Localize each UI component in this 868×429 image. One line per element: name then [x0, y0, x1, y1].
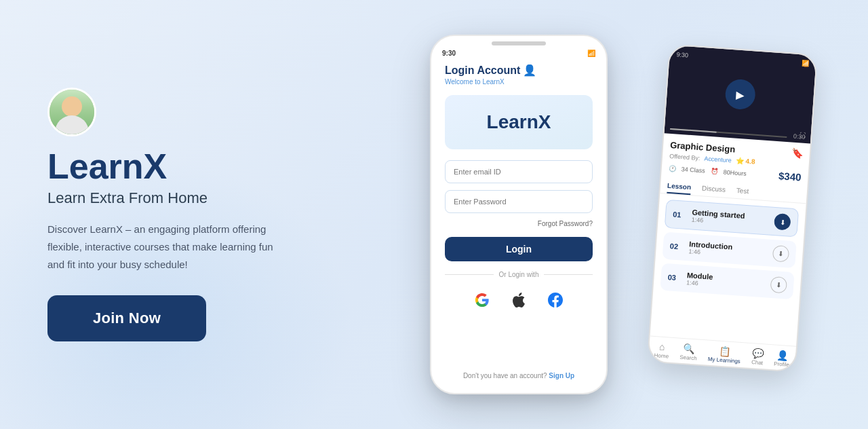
hours-icon: ⏰ — [710, 168, 718, 175]
password-input[interactable] — [445, 190, 593, 213]
lesson-item[interactable]: 01 Getting started 1:46 ⬇ — [665, 200, 799, 238]
lesson-play-icon[interactable]: ⬇ — [774, 213, 791, 231]
bookmark-icon[interactable]: 🔖 — [791, 147, 803, 159]
login-button[interactable]: Login — [445, 237, 593, 261]
lesson-download-icon[interactable]: ⬇ — [772, 245, 790, 263]
lesson-info: Introduction 1:46 — [688, 240, 768, 260]
play-button[interactable]: ▶ — [724, 79, 756, 111]
login-subtitle: Welcome to LearnX — [445, 78, 593, 86]
nav-my-learnings[interactable]: 📋 My Learnings — [708, 345, 742, 365]
back-icon[interactable]: ⬚ — [802, 58, 810, 68]
nav-home[interactable]: ⌂ Home — [654, 341, 669, 359]
status-bar: 9:30 📶 — [431, 45, 606, 57]
lesson-num: 02 — [669, 242, 684, 250]
phones-area: 9:30 📶 ▶ 0:30 ⬚ ⛶ Graphic Design 🔖 Offer… — [332, 27, 827, 402]
user-icon: 👤 — [523, 64, 536, 77]
phone-logo: LearnX — [487, 111, 551, 133]
login-header: Login Account 👤 Welcome to LearnX — [445, 64, 593, 86]
lesson-download-icon[interactable]: ⬇ — [770, 276, 787, 294]
class-count: 34 Class — [682, 166, 706, 174]
phone-logo-area: LearnX — [445, 95, 593, 149]
lesson-item[interactable]: 03 Module 1:46 ⬇ — [660, 263, 794, 300]
rating-value: ⭐ 4.8 — [735, 157, 755, 166]
lesson-list: 01 Getting started 1:46 ⬇ 02 Introductio… — [650, 193, 806, 346]
nav-search[interactable]: 🔍 Search — [679, 343, 698, 362]
email-input[interactable] — [445, 160, 593, 183]
divider-text: Or Login with — [499, 271, 539, 278]
join-now-button[interactable]: Join Now — [47, 295, 206, 341]
phone-content: Login Account 👤 Welcome to LearnX LearnX… — [431, 57, 606, 393]
forgot-password-link[interactable]: Forgot Password? — [445, 220, 593, 227]
expand-icon[interactable]: ⛶ — [799, 132, 806, 139]
class-icon: 🕐 — [669, 164, 677, 172]
course-title: Graphic Design — [670, 139, 736, 154]
hours-count: 80Hours — [723, 168, 747, 176]
course-phone: 9:30 📶 ▶ 0:30 ⬚ ⛶ Graphic Design 🔖 Offer… — [647, 43, 818, 372]
signup-text: Don't you have an account? Sign Up — [445, 365, 593, 379]
lesson-info: Getting started 1:46 — [691, 208, 769, 228]
facebook-login-button[interactable] — [543, 288, 568, 312]
login-phone: 9:30 📶 Login Account 👤 Welcome to LearnX… — [430, 35, 608, 394]
social-icons — [445, 288, 593, 312]
nav-profile[interactable]: 👤 Profile — [774, 349, 790, 368]
tab-lesson[interactable]: Lesson — [667, 182, 691, 195]
lesson-info: Module 1:46 — [686, 271, 766, 291]
lesson-num: 01 — [673, 210, 687, 219]
signup-link[interactable]: Sign Up — [549, 372, 574, 379]
apple-login-button[interactable] — [507, 288, 531, 312]
avatar — [47, 88, 96, 136]
brand-tagline: Learn Extra From Home — [47, 189, 332, 207]
course-price: $340 — [778, 170, 802, 183]
status-time: 9:30 — [442, 50, 456, 57]
google-login-button[interactable] — [470, 288, 494, 312]
video-preview: 9:30 📶 ▶ 0:30 ⬚ ⛶ — [664, 45, 816, 144]
brand-name: LearnX — [47, 149, 332, 184]
offered-by-value: Accenture — [704, 155, 732, 164]
left-panel: LearnX Learn Extra From Home Discover Le… — [47, 88, 332, 342]
lesson-item[interactable]: 02 Introduction 1:46 ⬇ — [663, 232, 797, 269]
nav-chat[interactable]: 💬 Chat — [751, 348, 764, 366]
tab-discuss[interactable]: Discuss — [701, 184, 726, 197]
divider: Or Login with — [445, 271, 593, 278]
status-icons: 📶 — [587, 50, 595, 57]
video-status-time: 9:30 — [676, 51, 688, 58]
tab-test[interactable]: Test — [736, 187, 749, 199]
offered-by-label: Offered By: — [669, 152, 701, 161]
login-title: Login Account 👤 — [445, 64, 593, 77]
lesson-num: 03 — [667, 273, 682, 282]
brand-description: Discover LearnX – an engaging platform o… — [47, 221, 292, 274]
